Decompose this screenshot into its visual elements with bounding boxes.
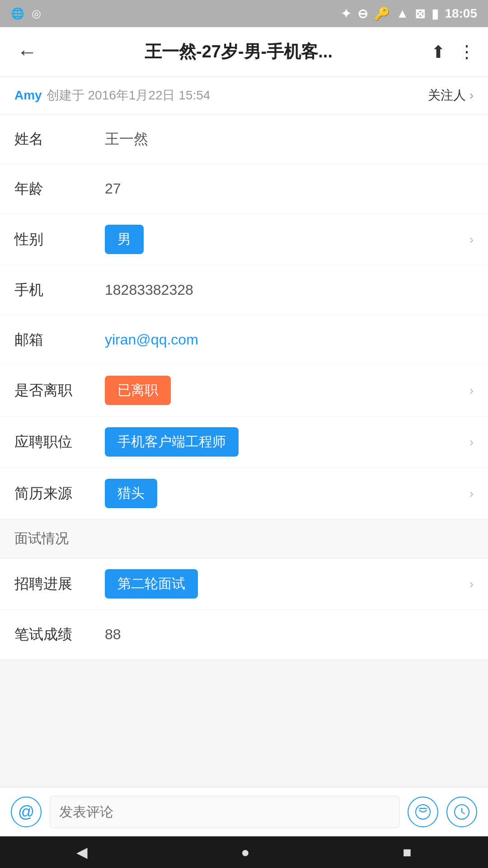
nav-actions: ⬆ ⋮	[431, 42, 475, 62]
field-value[interactable]: 手机客户端工程师	[105, 427, 469, 457]
comment-button[interactable]	[408, 797, 438, 827]
status-bar: 🌐 ◎ ✦ ⊖ 🔑 ▲ ⊠ ▮ 18:05	[0, 0, 488, 27]
share-button[interactable]: ⬆	[431, 42, 446, 62]
row-chevron-icon: ›	[469, 486, 474, 501]
row-chevron-icon: ›	[469, 435, 474, 449]
form-row[interactable]: 是否离职已离职›	[0, 365, 488, 416]
row-chevron-icon: ›	[469, 577, 474, 591]
form-row[interactable]: 性别男›	[0, 214, 488, 265]
field-label: 应聘职位	[14, 432, 105, 452]
created-date: 创建于 2016年1月22日 15:54	[47, 87, 211, 104]
field-value: 27	[105, 180, 474, 197]
field-value: 王一然	[105, 129, 474, 149]
page-title: 王一然-27岁-男-手机客...	[46, 40, 431, 63]
field-label: 简历来源	[14, 484, 105, 504]
status-left-icons: 🌐 ◎	[11, 7, 41, 20]
field-tag[interactable]: 手机客户端工程师	[105, 427, 239, 457]
form-row[interactable]: 应聘职位手机客户端工程师›	[0, 416, 488, 468]
creator-name[interactable]: Amy	[14, 88, 42, 103]
key-icon: 🔑	[374, 6, 390, 21]
status-right-icons: ✦ ⊖ 🔑 ▲ ⊠ ▮ 18:05	[341, 6, 477, 21]
field-value: yiran@qq.com	[105, 331, 474, 348]
meta-left: Amy 创建于 2016年1月22日 15:54	[14, 87, 210, 104]
bluetooth-icon: ✦	[341, 6, 351, 21]
row-chevron-icon: ›	[469, 383, 474, 398]
field-value: 88	[105, 626, 474, 643]
field-value[interactable]: 第二轮面试	[105, 569, 469, 599]
follower-label: 关注人	[428, 87, 466, 104]
sys-home-button[interactable]: ●	[241, 844, 249, 861]
comment-input[interactable]	[50, 796, 399, 828]
svg-line-4	[462, 812, 465, 814]
form-row: 姓名王一然	[0, 114, 488, 164]
clock-time: 18:05	[445, 6, 477, 21]
sys-recent-button[interactable]: ■	[403, 844, 411, 861]
row-chevron-icon: ›	[469, 232, 474, 247]
field-tag[interactable]: 男	[105, 225, 144, 254]
form-row: 年龄27	[0, 164, 488, 214]
field-label: 年龄	[14, 179, 105, 199]
field-label: 邮箱	[14, 330, 105, 350]
form-row: 邮箱yiran@qq.com	[0, 315, 488, 365]
signal-icon: ◎	[32, 7, 41, 20]
wifi-icon: 🌐	[11, 7, 24, 20]
back-button[interactable]: ←	[13, 36, 42, 68]
field-tag[interactable]: 第二轮面试	[105, 569, 198, 599]
field-tag[interactable]: 已离职	[105, 376, 171, 405]
field-label: 手机	[14, 280, 105, 300]
form-row[interactable]: 招聘进展第二轮面试›	[0, 558, 488, 610]
minus-icon: ⊖	[357, 6, 368, 21]
field-label: 是否离职	[14, 381, 105, 401]
field-value[interactable]: 男	[105, 225, 469, 254]
form-row: 手机18283382328	[0, 265, 488, 315]
section-header: 面试情况	[0, 519, 488, 558]
wifi-signal-icon: ▲	[396, 6, 409, 21]
field-value[interactable]: 已离职	[105, 376, 469, 405]
field-label: 招聘进展	[14, 574, 105, 594]
nosim-icon: ⊠	[415, 6, 425, 21]
history-button[interactable]	[446, 797, 477, 827]
form-row: 笔试成绩88	[0, 610, 488, 660]
field-tag[interactable]: 猎头	[105, 479, 157, 508]
more-button[interactable]: ⋮	[458, 42, 475, 62]
form-container-below: 招聘进展第二轮面试›笔试成绩88	[0, 558, 488, 660]
follower-chevron-icon: ›	[469, 88, 474, 103]
meta-bar: Amy 创建于 2016年1月22日 15:54 关注人 ›	[0, 77, 488, 114]
battery-icon: ▮	[432, 6, 438, 21]
email-link[interactable]: yiran@qq.com	[105, 331, 198, 348]
field-label: 笔试成绩	[14, 625, 105, 645]
form-row[interactable]: 简历来源猎头›	[0, 468, 488, 519]
field-value: 18283382328	[105, 282, 474, 298]
form-container: 姓名王一然年龄27性别男›手机18283382328邮箱yiran@qq.com…	[0, 114, 488, 519]
bottom-input-bar: @	[0, 787, 488, 836]
system-nav-bar: ◀ ● ■	[0, 836, 488, 868]
sys-back-button[interactable]: ◀	[76, 844, 88, 861]
field-label: 性别	[14, 230, 105, 250]
field-label: 姓名	[14, 129, 105, 149]
follower-button[interactable]: 关注人 ›	[428, 87, 474, 104]
nav-bar: ← 王一然-27岁-男-手机客... ⬆ ⋮	[0, 27, 488, 77]
field-value[interactable]: 猎头	[105, 479, 469, 508]
at-button[interactable]: @	[11, 797, 42, 827]
